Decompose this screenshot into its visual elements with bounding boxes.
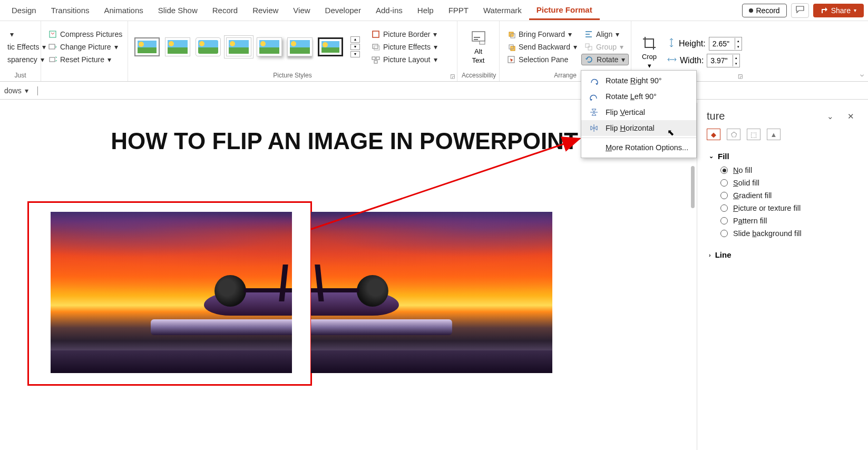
change-picture-button[interactable]: Change Picture ▾ <box>45 41 125 53</box>
picture-effects-button[interactable]: Picture Effects ▾ <box>368 41 441 53</box>
picture-tab[interactable]: ▲ <box>767 129 781 140</box>
collapse-ribbon-button[interactable]: ⌵ <box>860 71 864 78</box>
fill-line-tab[interactable]: ◆ <box>707 129 720 140</box>
label: More Rotation Options... <box>606 143 688 152</box>
label: Selection Pane <box>519 55 568 64</box>
height-field[interactable] <box>709 40 735 48</box>
radio-icon <box>720 217 728 224</box>
tab-transitions[interactable]: Transitions <box>44 2 97 19</box>
line-section-header[interactable]: ›Line <box>709 247 856 262</box>
menu-rotate-right-90[interactable]: Rotate Right 90° <box>581 73 696 89</box>
style-thumb[interactable] <box>257 37 282 56</box>
alt-text-button[interactable]: Alt Text <box>465 23 492 71</box>
group-label: Just <box>4 71 36 81</box>
menu-more-rotation-options[interactable]: More Rotation Options... <box>581 140 696 155</box>
tab-fppt[interactable]: FPPT <box>441 2 476 19</box>
fill-option-picture[interactable]: Picture or texture fill <box>709 202 856 214</box>
send-backward-icon <box>507 43 515 51</box>
tab-watermark[interactable]: Watermark <box>476 2 529 19</box>
fill-option-pattern[interactable]: Pattern fill <box>709 214 856 227</box>
picture-flipped[interactable] <box>311 212 552 373</box>
svg-rect-19 <box>588 46 592 50</box>
tab-design[interactable]: Design <box>4 2 44 19</box>
record-button-label: Record <box>756 6 780 15</box>
fill-option-solid[interactable]: Solid fill <box>709 177 856 189</box>
menu-flip-horizontal[interactable]: Flip Horizontal <box>581 120 696 136</box>
label: Change Picture <box>60 43 111 51</box>
svg-rect-1 <box>49 44 55 49</box>
radio-icon <box>720 230 728 237</box>
pane-close-button[interactable]: ✕ <box>843 112 859 121</box>
reset-picture-icon <box>48 55 57 64</box>
dialog-launcher-icon[interactable]: ◲ <box>738 73 743 79</box>
pane-options-button[interactable]: ⌄ <box>823 112 838 121</box>
tab-slideshow[interactable]: Slide Show <box>151 2 205 19</box>
tab-picture-format[interactable]: Picture Format <box>529 1 600 20</box>
spinner-down[interactable]: ▾ <box>733 61 739 66</box>
group-icon <box>584 43 593 51</box>
reset-picture-button[interactable]: Reset Picture ▾ <box>45 54 125 65</box>
tab-view[interactable]: View <box>286 2 317 19</box>
record-button[interactable]: Record <box>742 4 787 17</box>
scrollbar-thumb[interactable] <box>691 166 695 208</box>
picture-original[interactable] <box>51 212 292 373</box>
gallery-more-button[interactable]: ▴▾▾ <box>350 36 360 57</box>
tab-record[interactable]: Record <box>205 2 245 19</box>
ribbon-group-accessibility: Alt Text Accessibility <box>457 21 500 81</box>
bring-forward-button[interactable]: Bring Forward ▾ <box>504 28 580 40</box>
fill-option-slide-bg[interactable]: Slide background fill <box>709 227 856 240</box>
selection-pane-button[interactable]: Selection Pane <box>504 54 580 65</box>
height-input[interactable]: ▴▾ <box>709 37 742 51</box>
chevron-down-icon: ▾ <box>434 43 437 51</box>
label: Picture or texture fill <box>733 204 801 212</box>
group-button[interactable]: Group ▾ <box>581 41 629 53</box>
send-backward-button[interactable]: Send Backward ▾ <box>504 41 580 53</box>
style-thumb[interactable] <box>196 37 221 56</box>
label: Picture Effects <box>383 43 431 51</box>
style-thumb[interactable] <box>226 37 251 56</box>
fill-option-no-fill[interactable]: No fill <box>709 164 856 177</box>
width-input[interactable]: ▴▾ <box>707 54 740 67</box>
sub-toolbar: dows ▾ │ <box>0 82 868 100</box>
rotate-button[interactable]: Rotate ▾ <box>581 54 629 65</box>
tab-animations[interactable]: Animations <box>97 2 151 19</box>
style-thumb[interactable] <box>287 37 313 56</box>
label: Rotate Left 90° <box>606 92 657 101</box>
chevron-down-icon: ▾ <box>573 43 577 51</box>
style-thumb[interactable] <box>165 37 190 56</box>
fill-option-gradient[interactable]: Gradient fill <box>709 189 856 202</box>
align-button[interactable]: Align ▾ <box>581 28 629 40</box>
compress-pictures-button[interactable]: Compress Pictures <box>45 28 125 40</box>
menu-separator <box>581 138 696 138</box>
tab-addins[interactable]: Add-ins <box>368 2 410 19</box>
width-field[interactable] <box>707 56 733 65</box>
svg-rect-18 <box>586 44 589 47</box>
ribbon-group-adjust-right: Compress Pictures Change Picture ▾ Reset… <box>41 21 128 81</box>
label: Rotate <box>597 55 618 64</box>
dialog-launcher-icon[interactable]: ◲ <box>450 73 455 79</box>
spinner-up[interactable]: ▴ <box>735 38 742 44</box>
spinner-up[interactable]: ▴ <box>733 55 739 61</box>
tab-help[interactable]: Help <box>410 2 441 19</box>
fill-section-header[interactable]: ⌄Fill <box>709 149 856 164</box>
menu-flip-vertical[interactable]: Flip Vertical <box>581 104 696 120</box>
picture-layout-button[interactable]: Picture Layout ▾ <box>368 54 441 65</box>
tab-developer[interactable]: Developer <box>318 2 368 19</box>
spinner-down[interactable]: ▾ <box>735 44 742 50</box>
svg-rect-2 <box>50 57 55 62</box>
style-thumb[interactable] <box>318 37 343 56</box>
tab-review[interactable]: Review <box>245 2 286 19</box>
width-icon <box>667 55 677 66</box>
label: No fill <box>733 166 752 174</box>
size-tab[interactable]: ⬚ <box>747 129 760 140</box>
style-thumb[interactable] <box>134 37 160 56</box>
share-button[interactable]: Share▾ <box>813 4 864 17</box>
chevron-down-icon: ▾ <box>616 30 619 38</box>
comments-button[interactable] <box>791 3 809 18</box>
label: Crop <box>642 53 657 61</box>
picture-style-gallery[interactable]: ▴▾▾ <box>132 23 362 71</box>
menu-rotate-left-90[interactable]: Rotate Left 90° <box>581 89 696 104</box>
effects-tab[interactable]: ⬠ <box>727 129 740 140</box>
ribbon-tabs: Design Transitions Animations Slide Show… <box>0 0 868 21</box>
picture-border-button[interactable]: Picture Border ▾ <box>368 28 441 40</box>
